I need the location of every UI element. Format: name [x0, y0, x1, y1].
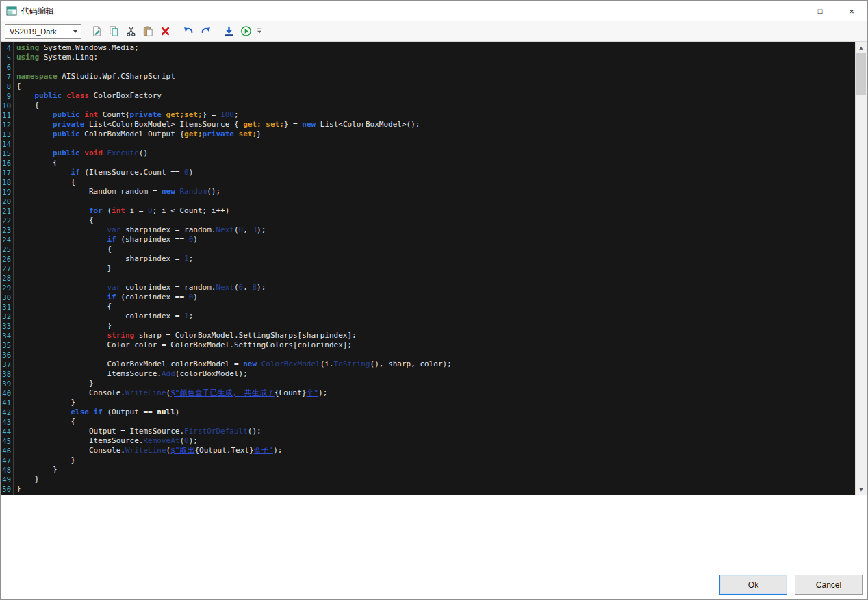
line-number: 9: [1, 91, 13, 101]
line-number: 11: [1, 110, 13, 120]
code-line: {: [16, 302, 867, 312]
chevron-down-icon: [73, 30, 77, 33]
code-line: ColorBoxModel colorBoxModel = new ColorB…: [16, 360, 867, 369]
scroll-up-arrow-icon[interactable]: ▲: [856, 42, 867, 53]
line-number: 35: [1, 340, 13, 350]
code-line: {: [16, 158, 867, 168]
line-number: 44: [1, 427, 13, 436]
code-line: }: [16, 465, 867, 475]
line-number: 28: [1, 273, 13, 283]
redo-icon[interactable]: [197, 23, 214, 40]
line-number: 27: [1, 264, 13, 273]
line-number: 25: [1, 245, 13, 254]
theme-select[interactable]: VS2019_Dark: [5, 24, 81, 39]
save-icon[interactable]: [220, 23, 238, 40]
line-number: 37: [1, 360, 13, 369]
code-line: }: [16, 475, 867, 484]
code-line: using System.Windows.Media;: [16, 43, 867, 53]
code-line: }: [16, 484, 867, 494]
undo-icon[interactable]: [180, 23, 197, 40]
line-number: 20: [1, 197, 13, 206]
run-icon[interactable]: [238, 23, 255, 40]
line-number: 33: [1, 321, 13, 331]
code-line: [16, 139, 867, 149]
maximize-button[interactable]: □: [804, 1, 836, 21]
code-line: public void Execute(): [16, 149, 867, 158]
dialog-buttons: Ok Cancel: [719, 575, 863, 595]
code-line: using System.Linq;: [16, 53, 867, 62]
window-controls: – □ ×: [773, 1, 867, 21]
ok-button[interactable]: Ok: [719, 575, 787, 595]
scroll-thumb[interactable]: [856, 53, 866, 95]
code-editor[interactable]: 4567891011121314151617181920212223242526…: [1, 42, 867, 495]
toolbar: VS2019_Dark: [1, 21, 867, 42]
line-number: 43: [1, 417, 13, 427]
window-title: 代码编辑: [21, 5, 54, 17]
line-number: 6: [1, 62, 13, 72]
code-line: }: [16, 455, 867, 465]
line-number: 5: [1, 53, 13, 62]
code-line: ItemsSource.Add(colorBoxModel);: [16, 369, 867, 379]
cut-icon[interactable]: [123, 23, 140, 40]
line-number: 49: [1, 475, 13, 484]
line-number: 50: [1, 484, 13, 494]
code-line: string sharp = ColorBoxModel.SettingShar…: [16, 331, 867, 340]
line-number: 8: [1, 82, 13, 91]
code-line: if (sharpindex == 0): [16, 235, 867, 245]
minimize-button[interactable]: –: [773, 1, 804, 21]
code-line: for (int i = 0; i < Count; i++): [16, 206, 867, 216]
code-line: {: [16, 417, 867, 427]
line-number: 22: [1, 216, 13, 225]
line-number: 31: [1, 302, 13, 312]
line-number: 41: [1, 398, 13, 408]
line-number: 4: [1, 43, 13, 53]
titlebar: 代码编辑 – □ ×: [1, 1, 867, 21]
line-number: 34: [1, 331, 13, 340]
vertical-scrollbar[interactable]: ▲ ▼: [855, 42, 867, 495]
code-edit-window: 代码编辑 – □ × VS2019_Dark 45678910111213141…: [0, 0, 868, 600]
code-line: else if (Output == null): [16, 408, 867, 417]
code-line: public class ColorBoxFactory: [16, 91, 867, 101]
footer: Ok Cancel: [1, 495, 867, 599]
delete-icon[interactable]: [157, 23, 174, 40]
code-lines: using System.Windows.Media;using System.…: [14, 42, 867, 495]
code-line: }: [16, 379, 867, 388]
theme-select-value: VS2019_Dark: [10, 27, 57, 36]
code-line: [16, 350, 867, 360]
new-file-icon[interactable]: [88, 23, 105, 40]
toolbar-overflow-icon[interactable]: [255, 23, 264, 40]
line-number: 47: [1, 455, 13, 465]
code-line: {: [16, 216, 867, 225]
code-line: Console.WriteLine($"颜色盒子已生成,一共生成了{Count}…: [16, 388, 867, 398]
copy-icon[interactable]: [105, 23, 123, 40]
line-number: 24: [1, 235, 13, 245]
code-line: ItemsSource.RemoveAt(0);: [16, 436, 867, 446]
line-number: 21: [1, 206, 13, 216]
line-number: 14: [1, 139, 13, 149]
paste-icon[interactable]: [140, 23, 157, 40]
app-icon: [6, 5, 17, 16]
line-number: 30: [1, 292, 13, 302]
code-line: [16, 62, 867, 72]
line-number: 7: [1, 72, 13, 82]
code-line: }: [16, 264, 867, 273]
cancel-button[interactable]: Cancel: [795, 575, 863, 595]
line-number: 15: [1, 149, 13, 158]
code-line: Random random = new Random();: [16, 187, 867, 197]
line-numbers: 4567891011121314151617181920212223242526…: [1, 42, 14, 495]
close-button[interactable]: ×: [836, 1, 867, 21]
code-line: private List<ColorBoxModel> ItemsSource …: [16, 120, 867, 129]
code-line: Color color = ColorBoxModel.SettingColor…: [16, 340, 867, 350]
code-line: {: [16, 245, 867, 254]
line-number: 39: [1, 379, 13, 388]
code-line: namespace AIStudio.Wpf.CSharpScript: [16, 72, 867, 82]
code-line: if (ItemsSource.Count == 0): [16, 168, 867, 177]
code-line: }: [16, 321, 867, 331]
line-number: 17: [1, 168, 13, 177]
toolbar-buttons: [88, 23, 264, 40]
code-line: public ColorBoxModel Output {get;private…: [16, 129, 867, 139]
scroll-down-arrow-icon[interactable]: ▼: [856, 484, 867, 495]
line-number: 38: [1, 369, 13, 379]
line-number: 13: [1, 129, 13, 139]
line-number: 19: [1, 187, 13, 197]
